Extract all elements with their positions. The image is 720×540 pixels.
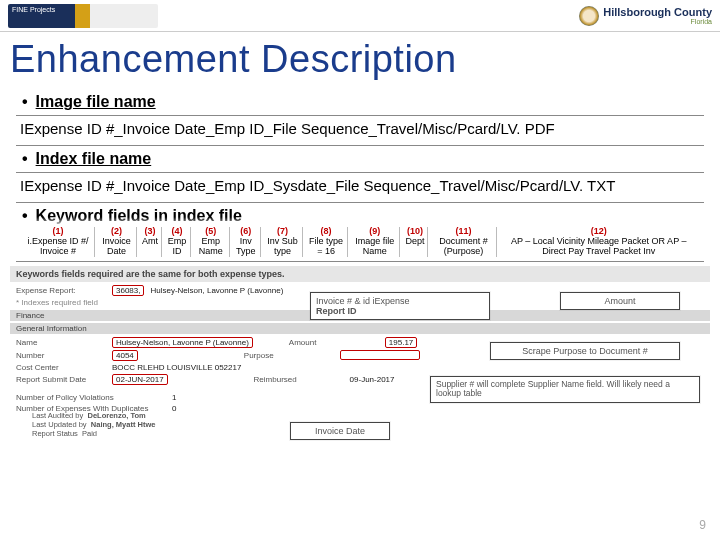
audit-block: Last Audited by DeLorenzo, Tom Last Upda… <box>32 411 155 438</box>
bullet-index-label: Index file name <box>36 150 152 168</box>
bullet-index-file: • Index file name <box>16 148 704 170</box>
brand-sub: Florida <box>603 18 712 25</box>
form-label: Report Submit Date <box>16 375 106 384</box>
right-brand: Hillsborough County Florida <box>579 6 712 26</box>
keyword-column: (1)i.Expense ID #/ Invoice # <box>22 227 95 257</box>
audit-val: DeLorenzo, Tom <box>87 411 145 420</box>
divider <box>16 202 704 203</box>
form-banner: Keywords fields required are the same fo… <box>10 266 710 282</box>
form-label: Amount <box>289 338 379 347</box>
index-file-body: IExpense ID #_Invoice Date_Emp ID_Sysdat… <box>16 175 704 200</box>
keyword-column: (12)AP – Local Vicinity Mileage Packet O… <box>499 227 698 257</box>
form-label: Number <box>16 351 106 360</box>
top-bar: FINE Projects Hillsborough County Florid… <box>0 0 720 32</box>
form-submit-val: 02-JUN-2017 <box>112 374 168 385</box>
keyword-column: (4)Emp ID <box>164 227 191 257</box>
divider <box>16 145 704 146</box>
callout-amount: Amount <box>560 292 680 310</box>
keyword-column: (10)Dept <box>402 227 428 257</box>
left-logo: FINE Projects <box>8 4 158 28</box>
status-label: Report Status <box>32 429 78 438</box>
content-area: • Image file name IExpense ID #_Invoice … <box>0 91 720 262</box>
form-row-cc: Cost Center BOCC RLEHD LOUISVILLE 052217 <box>10 362 710 373</box>
callout-line2: Report ID <box>316 306 484 316</box>
keyword-column: (6)Inv Type <box>232 227 261 257</box>
keyword-column: (3)Amt <box>139 227 162 257</box>
column-label: Inv Type <box>235 237 257 257</box>
column-label: Document # (Purpose) <box>433 237 493 257</box>
divider <box>16 172 704 173</box>
form-label: Reimbursed <box>254 375 344 384</box>
callout-supplier: Supplier # will complete Supplier Name f… <box>430 376 700 404</box>
column-label: File type = 16 <box>308 237 344 257</box>
form-label: Purpose <box>244 351 334 360</box>
keyword-columns: (1)i.Expense ID #/ Invoice #(2)Invoice D… <box>16 225 704 259</box>
form-policy-val: 1 <box>172 393 176 402</box>
column-label: AP – Local Vicinity Mileage Packet OR AP… <box>502 237 695 257</box>
form-name-val: Hulsey-Nelson, Lavonne P (Lavonne) <box>112 337 253 348</box>
bullet-dot-icon: • <box>22 93 28 111</box>
expense-report-name: Hulsey-Nelson, Lavonne P (Lavonne) <box>150 286 283 295</box>
form-label: Cost Center <box>16 363 106 372</box>
callout-line1: Invoice # & id iExpense <box>316 296 484 306</box>
column-label: Dept <box>405 237 424 247</box>
county-seal-icon <box>579 6 599 26</box>
form-label: Number of Policy Violations <box>16 393 166 402</box>
status-val: Paid <box>82 429 97 438</box>
updated-val: Naing, Myatt Htwe <box>91 420 156 429</box>
general-strip: General Information <box>10 323 710 334</box>
bullet-keyword-label: Keyword fields in index file <box>36 207 242 225</box>
form-number-val: 4054 <box>112 350 138 361</box>
form-label: Expense Report: <box>16 286 106 295</box>
keyword-column: (9)Image file Name <box>350 227 400 257</box>
callout-invoice-date: Invoice Date <box>290 422 390 440</box>
column-label: Invoice Date <box>100 237 133 257</box>
bullet-image-file: • Image file name <box>16 91 704 113</box>
column-label: Inv Sub type <box>266 237 299 257</box>
keyword-column: (7)Inv Sub type <box>263 227 303 257</box>
divider <box>16 261 704 262</box>
bullet-dot-icon: • <box>22 150 28 168</box>
updated-label: Last Updated by <box>32 420 87 429</box>
keyword-column: (5)Emp Name <box>193 227 230 257</box>
form-dup-val: 0 <box>172 404 176 413</box>
brand-name: Hillsborough County <box>603 6 712 18</box>
page-title: Enhancement Description <box>0 32 720 91</box>
column-label: Emp Name <box>196 237 226 257</box>
column-label: Emp ID <box>167 237 187 257</box>
form-cc-val: BOCC RLEHD LOUISVILLE 052217 <box>112 363 241 372</box>
form-reimb-val: 09-Jun-2017 <box>350 375 395 384</box>
keyword-column: (8)File type = 16 <box>305 227 348 257</box>
form-screenshot: Keywords fields required are the same fo… <box>10 266 710 466</box>
audit-label: Last Audited by <box>32 411 83 420</box>
image-file-body: IExpense ID #_Invoice Date_Emp ID_File S… <box>16 118 704 143</box>
column-label: Image file Name <box>353 237 396 257</box>
callout-report-id: Invoice # & id iExpense Report ID <box>310 292 490 321</box>
divider <box>16 115 704 116</box>
column-label: Amt <box>142 237 158 247</box>
keyword-column: (2)Invoice Date <box>97 227 137 257</box>
expense-report-id: 36083, <box>112 285 144 296</box>
keyword-column: (11)Document # (Purpose) <box>430 227 497 257</box>
page-number: 9 <box>699 518 706 532</box>
form-purpose-val <box>340 350 420 360</box>
callout-purpose: Scrape Purpose to Document # <box>490 342 680 360</box>
form-amount-val: 195.17 <box>385 337 417 348</box>
bullet-dot-icon: • <box>22 207 28 225</box>
bullet-image-label: Image file name <box>36 93 156 111</box>
column-label: i.Expense ID #/ Invoice # <box>25 237 91 257</box>
bullet-keyword-fields: • Keyword fields in index file <box>16 205 704 225</box>
form-label: Name <box>16 338 106 347</box>
